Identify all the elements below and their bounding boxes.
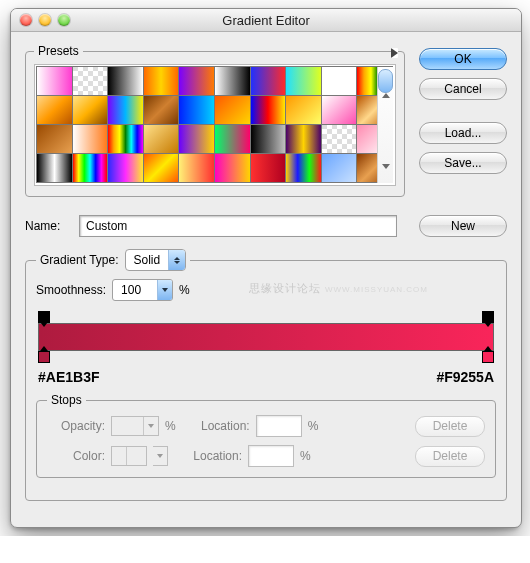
preset-swatch[interactable] [107,153,144,183]
gradient-bar[interactable] [38,323,494,351]
opacity-stops-track[interactable] [38,311,494,323]
preset-swatch[interactable] [107,124,144,154]
preset-swatch[interactable] [285,124,322,154]
presets-fieldset: Presets [25,44,405,197]
name-label: Name: [25,219,71,233]
color-label: Color: [47,449,105,463]
scroll-down-icon[interactable] [382,164,390,169]
button-column: OK Cancel Load... Save... [419,44,507,174]
preset-swatch[interactable] [250,153,287,183]
preset-swatch[interactable] [178,95,215,125]
preset-swatch[interactable] [285,66,322,96]
zoom-icon[interactable] [58,14,70,26]
preset-swatch[interactable] [285,95,322,125]
preset-swatch[interactable] [250,124,287,154]
name-input[interactable] [79,215,397,237]
delete-color-button: Delete [415,446,485,467]
stepper-arrow-icon[interactable] [157,280,172,300]
stops-fieldset: Stops Opacity: % Location: % Delete Colo… [36,393,496,478]
preset-swatch[interactable] [178,153,215,183]
color-swatch-button [111,446,147,466]
preset-swatch[interactable] [214,66,251,96]
gradient-type-value: Solid [126,253,169,267]
preset-swatch[interactable] [214,124,251,154]
preset-swatch[interactable] [321,124,358,154]
percent-sign: % [300,449,311,463]
color-stops-track[interactable] [38,351,494,363]
preset-swatch[interactable] [36,153,73,183]
presets-legend: Presets [34,44,83,58]
presets-scrollbar[interactable] [377,67,393,183]
color-stop-left[interactable] [38,346,50,363]
preset-swatch[interactable] [72,66,109,96]
color-location-input [248,445,294,467]
select-arrow-icon [168,250,185,270]
minimize-icon[interactable] [39,14,51,26]
opacity-value-select [111,416,159,436]
right-hex-label: #F9255A [436,369,494,385]
left-hex-label: #AE1B3F [38,369,99,385]
preset-swatch[interactable] [214,95,251,125]
new-button[interactable]: New [419,215,507,237]
smoothness-label: Smoothness: [36,283,106,297]
preset-swatch[interactable] [36,66,73,96]
gradient-editor-window: Gradient Editor Presets OK Cancel [10,8,522,528]
gradient-type-select[interactable]: Solid [125,249,187,271]
preset-swatch[interactable] [250,95,287,125]
preset-swatch[interactable] [36,124,73,154]
presets-grid [37,67,393,183]
window-title: Gradient Editor [11,13,521,28]
percent-sign: % [308,419,319,433]
opacity-stop-left[interactable] [38,311,50,323]
preset-swatch[interactable] [214,153,251,183]
preset-swatch[interactable] [72,124,109,154]
percent-sign: % [179,283,190,297]
preset-swatch[interactable] [72,153,109,183]
preset-swatch[interactable] [107,66,144,96]
titlebar: Gradient Editor [11,9,521,32]
ok-button[interactable]: OK [419,48,507,70]
delete-opacity-button: Delete [415,416,485,437]
preset-swatch[interactable] [250,66,287,96]
load-button[interactable]: Load... [419,122,507,144]
preset-swatch[interactable] [178,66,215,96]
gradient-type-label: Gradient Type: [40,253,119,267]
scrollbar-thumb[interactable] [378,69,393,93]
percent-sign: % [165,419,176,433]
preset-swatch[interactable] [72,95,109,125]
stops-legend: Stops [47,393,86,407]
smoothness-stepper[interactable]: 100 [112,279,173,301]
preset-swatch[interactable] [178,124,215,154]
color-stop-right[interactable] [482,346,494,363]
preset-swatch[interactable] [321,95,358,125]
color-menu-arrow [153,446,168,466]
preset-swatch[interactable] [321,153,358,183]
preset-swatch[interactable] [143,95,180,125]
location-label: Location: [182,449,242,463]
preset-swatch[interactable] [143,153,180,183]
save-button[interactable]: Save... [419,152,507,174]
preset-swatch[interactable] [321,66,358,96]
opacity-label: Opacity: [47,419,105,433]
cancel-button[interactable]: Cancel [419,78,507,100]
preset-swatch[interactable] [107,95,144,125]
preset-swatch[interactable] [143,124,180,154]
opacity-location-input [256,415,302,437]
presets-well [34,64,396,186]
smoothness-value: 100 [113,280,157,300]
location-label: Location: [190,419,250,433]
presets-menu-icon[interactable] [391,48,398,58]
opacity-stop-right[interactable] [482,311,494,323]
gradient-type-fieldset: Gradient Type: Solid 思缘设计论坛 WWW.MISSYUAN… [25,249,507,501]
traffic-lights [20,14,70,26]
preset-swatch[interactable] [36,95,73,125]
scroll-up-icon[interactable] [382,93,390,98]
preset-swatch[interactable] [285,153,322,183]
preset-swatch[interactable] [143,66,180,96]
close-icon[interactable] [20,14,32,26]
